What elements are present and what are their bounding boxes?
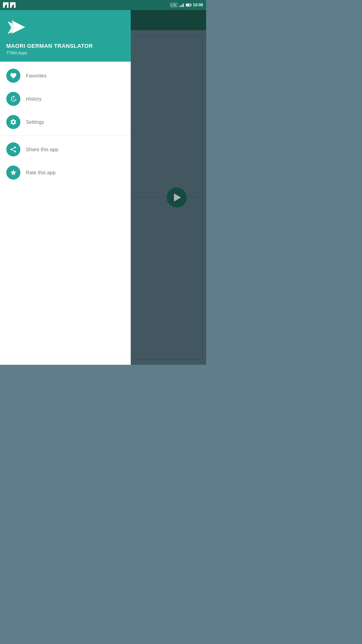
svg-line-5	[12, 150, 14, 151]
battery-icon	[186, 4, 191, 7]
menu-item-favorites[interactable]: Favorites	[0, 64, 131, 87]
settings-label: Settings	[26, 119, 44, 125]
status-bar: LTE 10:06	[0, 0, 206, 10]
menu-item-rate[interactable]: Rate this app	[0, 161, 131, 184]
status-bar-right: LTE 10:06	[170, 3, 203, 7]
favorites-label: Favorites	[26, 73, 47, 79]
notification-icon-1	[3, 2, 9, 8]
menu-item-history[interactable]: History	[0, 87, 131, 110]
svg-point-3	[11, 149, 13, 150]
favorites-icon-circle	[6, 69, 20, 83]
drawer-header: MAORI GERMAN TRANSLATOR TTMA Apps	[0, 10, 131, 62]
menu-divider	[0, 136, 131, 136]
status-bar-left	[3, 2, 16, 8]
notification-icon-2	[10, 2, 16, 8]
star-icon	[10, 169, 17, 176]
share-label: Share this app	[26, 147, 58, 152]
app-logo	[6, 18, 26, 38]
time-display: 10:06	[193, 3, 203, 7]
rate-icon-circle	[6, 166, 20, 180]
menu-item-settings[interactable]: Settings	[0, 110, 131, 134]
drawer-menu: Favorites History Settings	[0, 62, 131, 365]
signal-icon	[179, 3, 184, 7]
rate-label: Rate this app	[26, 170, 56, 176]
heart-icon	[10, 72, 17, 79]
app-title: MAORI GERMAN TRANSLATOR	[6, 43, 124, 49]
app-subtitle: TTMA Apps	[6, 51, 124, 55]
svg-point-2	[14, 146, 16, 148]
history-icon-circle	[6, 92, 20, 106]
share-icon-circle	[6, 142, 20, 156]
menu-item-share[interactable]: Share this app	[0, 138, 131, 161]
share-icon	[10, 146, 17, 153]
app-container: GERMAN MAORI GERMAN TRANSLATOR TTMA Apps	[0, 10, 206, 365]
gear-icon	[10, 118, 17, 126]
settings-icon-circle	[6, 115, 20, 129]
nav-drawer: MAORI GERMAN TRANSLATOR TTMA Apps Favori…	[0, 10, 131, 365]
history-label: History	[26, 96, 41, 102]
lte-indicator: LTE	[170, 3, 177, 7]
svg-line-6	[12, 148, 14, 149]
svg-point-4	[14, 151, 16, 152]
clock-icon	[10, 95, 17, 102]
